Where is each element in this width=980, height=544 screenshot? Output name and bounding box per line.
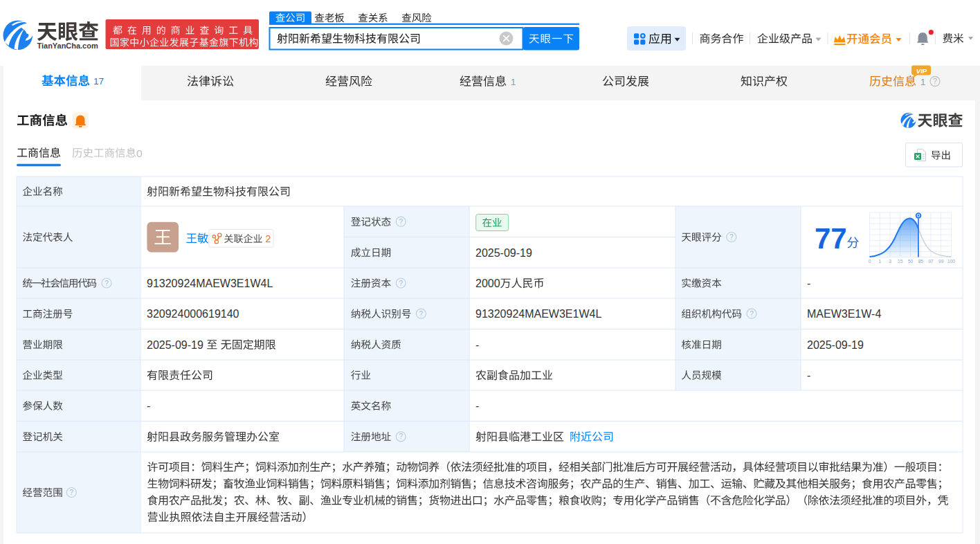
svg-text:VIP: VIP <box>916 67 927 75</box>
svg-text:1: 1 <box>878 259 881 264</box>
svg-text:100: 100 <box>947 259 955 264</box>
svg-text:2025-09-19: 2025-09-19 <box>807 339 864 351</box>
svg-text:?: ? <box>729 233 734 241</box>
svg-text:-: - <box>475 400 479 412</box>
svg-text:3: 3 <box>889 259 891 264</box>
svg-text:2000: 2000 <box>475 278 500 289</box>
svg-text:1: 1 <box>920 77 925 87</box>
svg-text:85: 85 <box>918 259 924 264</box>
svg-text:2025-09-19: 2025-09-19 <box>147 339 203 351</box>
svg-text:91320924MAEW3E1W4L: 91320924MAEW3E1W4L <box>147 278 273 289</box>
svg-text:320924000619140: 320924000619140 <box>147 308 239 320</box>
svg-text:MAEW3E1W-4: MAEW3E1W-4 <box>807 308 881 320</box>
svg-text:?: ? <box>105 280 109 287</box>
svg-text:2: 2 <box>266 233 271 244</box>
svg-text:?: ? <box>399 280 403 287</box>
svg-text:-: - <box>807 370 810 381</box>
svg-text:97: 97 <box>928 259 934 264</box>
svg-text:?: ? <box>750 310 754 318</box>
svg-text:TianYanCha.com: TianYanCha.com <box>37 42 98 50</box>
svg-text:0: 0 <box>136 147 143 159</box>
svg-text:-: - <box>475 339 479 351</box>
svg-text:?: ? <box>399 218 403 226</box>
svg-text:77: 77 <box>815 222 847 255</box>
svg-text:?: ? <box>70 489 74 496</box>
svg-text:2025-09-19: 2025-09-19 <box>475 247 532 259</box>
svg-text:17: 17 <box>93 76 104 87</box>
svg-text:-: - <box>147 400 150 412</box>
svg-text:50: 50 <box>908 259 914 264</box>
svg-text:91320924MAEW3E1W4L: 91320924MAEW3E1W4L <box>475 308 601 320</box>
svg-text:?: ? <box>399 433 403 440</box>
svg-text:99: 99 <box>938 259 944 264</box>
svg-text:15: 15 <box>898 259 903 264</box>
svg-text:?: ? <box>933 77 937 85</box>
svg-text:-: - <box>807 278 810 289</box>
svg-text:?: ? <box>419 310 424 318</box>
svg-text:1: 1 <box>511 77 516 87</box>
svg-text:0: 0 <box>869 259 871 264</box>
